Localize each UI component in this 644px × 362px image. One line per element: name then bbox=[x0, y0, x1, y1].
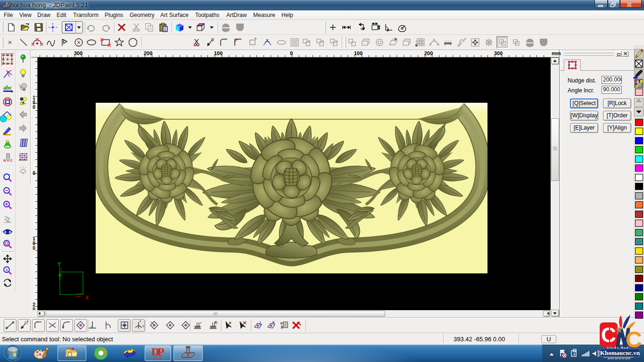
svg-text:Desk: Desk bbox=[154, 356, 162, 361]
svg-text:C: C bbox=[601, 323, 616, 346]
svg-text:k: k bbox=[27, 320, 29, 323]
svg-text:x: x bbox=[142, 324, 144, 328]
svg-text:C: C bbox=[10, 158, 13, 163]
svg-text:N: N bbox=[3, 158, 6, 163]
svg-text:z: z bbox=[140, 319, 141, 322]
svg-text:abc: abc bbox=[3, 84, 12, 91]
svg-text:C: C bbox=[626, 327, 642, 352]
svg-text:1: 1 bbox=[6, 268, 8, 272]
svg-text:Khomaucnc.vn: Khomaucnc.vn bbox=[600, 349, 640, 356]
